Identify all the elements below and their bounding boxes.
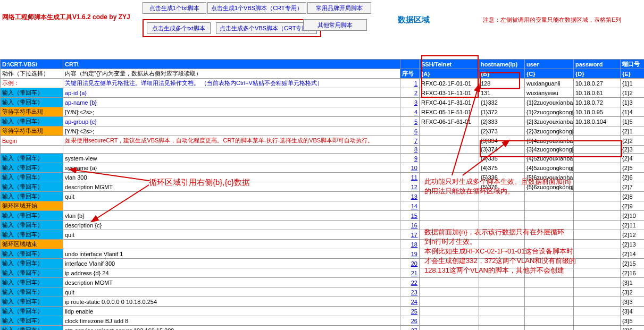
data-e[interactable]: {2}13 [621,240,645,249]
data-e[interactable]: {2}4 [621,154,645,163]
seq-cell[interactable]: 19 [400,249,420,259]
seq-cell[interactable]: 10 [400,163,420,173]
data-d[interactable] [574,126,621,136]
data-c[interactable]: {1}2zuogongkongji [525,107,574,117]
content-cell[interactable]: system-view [63,154,400,163]
content-cell[interactable]: quit [63,192,400,201]
data-d[interactable] [574,154,621,163]
data-d[interactable] [574,182,621,192]
hdr-user[interactable]: user [525,60,574,69]
data-e[interactable]: {1}2 [621,88,645,98]
action-cell[interactable]: 输入（带回车） [1,249,63,259]
action-cell[interactable]: 输入（带回车） [1,117,63,126]
data-b[interactable]: {3}374 [479,146,525,154]
subhdr-content[interactable]: 内容（约定"{}"内为变量，数据从右侧对应字段读取） [63,69,400,79]
data-e[interactable]: {3}6 [621,326,645,331]
content-cell[interactable]: quit [63,230,400,240]
action-cell[interactable]: 输入（带回车） [1,230,63,240]
data-c[interactable] [525,307,574,316]
data-d[interactable] [574,326,621,331]
action-cell[interactable] [1,146,63,154]
action-cell[interactable]: 循环区域开始 [1,201,63,211]
seq-cell[interactable]: 15 [400,211,420,221]
data-a[interactable]: RFXC-03-1F-11-01 [420,88,479,98]
data-c[interactable] [525,287,574,297]
hdr-port[interactable]: 端口号 [621,60,645,69]
data-a[interactable] [420,163,479,173]
content-cell[interactable]: quit [63,287,400,297]
data-b[interactable] [479,326,525,331]
data-a[interactable] [420,146,479,154]
data-b[interactable]: {4}335 [479,154,525,163]
action-cell[interactable]: 输入（带回车） [1,163,63,173]
data-b[interactable]: {4}375 [479,163,525,173]
data-c[interactable] [525,326,574,331]
action-cell[interactable]: 输入（带回车） [1,316,63,326]
other-script-button[interactable]: 其他常用脚本 [303,19,367,31]
data-e[interactable]: {2}10 [621,211,645,221]
data-b[interactable]: {1}372 [479,107,525,117]
action-cell[interactable]: 输入（带回车） [1,182,63,192]
content-cell[interactable]: lldp enable [63,307,400,316]
data-e[interactable]: {1}5 [621,117,645,126]
data-a[interactable]: RFXC-02-1F-01-01 [420,79,479,88]
seq-cell[interactable]: 12 [400,182,420,192]
data-c[interactable] [525,201,574,211]
data-d[interactable] [574,173,621,182]
content-cell[interactable]: ip route-static 0.0.0.0 0 10.18.0.254 [63,297,400,307]
data-e[interactable]: {3}2 [621,287,645,297]
data-a[interactable]: RFXC-06-1F-61-01 [420,117,479,126]
seq-cell[interactable]: 5 [400,117,420,126]
example-content[interactable]: 关键用法见左侧单元格批注。详细用法见操作文档。 （当前表格内Ctrl+V粘贴不会… [63,79,400,88]
action-cell[interactable]: 输入（带回车） [1,307,63,316]
data-c[interactable] [525,297,574,307]
content-cell[interactable]: [Y/N]:<2s>; [63,107,400,117]
data-e[interactable]: {3}4 [621,307,645,316]
data-d[interactable]: 10.18.0.72 [574,98,621,107]
data-e[interactable]: {2}2 [621,136,645,146]
content-cell[interactable] [63,146,400,154]
data-d[interactable]: 10.18.0.104 [574,117,621,126]
data-b[interactable] [479,211,525,221]
subhdr-c[interactable]: {C} [525,69,574,79]
data-d[interactable] [574,146,621,154]
seq-cell[interactable]: 1 [400,79,420,88]
action-cell[interactable]: 输入（带回车） [1,154,63,163]
data-d[interactable] [574,163,621,173]
data-b[interactable]: {2}333 [479,117,525,126]
data-d[interactable]: 10.18.0.27 [574,79,621,88]
data-a[interactable] [420,326,479,331]
content-cell[interactable]: sysname {a} [63,163,400,173]
data-c[interactable]: {3}4zuoyouxianbangong [525,136,574,146]
data-d[interactable] [574,287,621,297]
hdr-ssh[interactable]: SSH/Telnet [420,60,479,69]
seq-cell[interactable]: 3 [400,98,420,107]
data-b[interactable]: 128 [479,79,525,88]
data-a[interactable] [420,126,479,136]
data-e[interactable]: {1}4 [621,107,645,117]
seq-cell[interactable]: 16 [400,221,420,230]
data-d[interactable] [574,230,621,240]
content-cell[interactable]: clock timezone BJ add 8 [63,316,400,326]
data-b[interactable]: {2}373 [479,126,525,136]
data-e[interactable]: {2}3 [621,146,645,154]
data-a[interactable] [420,201,479,211]
data-c[interactable]: {4}5zuoyouxianbangong [525,154,574,163]
data-a[interactable] [420,287,479,297]
content-cell[interactable]: undo interface Vlanif 1 [63,249,400,259]
data-a[interactable] [420,297,479,307]
content-cell[interactable]: ntp-service unicast-server 192.168.15.20… [63,326,400,331]
data-b[interactable] [479,287,525,297]
seq-cell[interactable]: 9 [400,154,420,163]
seq-cell[interactable]: 6 [400,126,420,136]
hdr-path[interactable]: D:\CRT-VBS\ [1,60,63,69]
data-d[interactable] [574,221,621,230]
data-d[interactable] [574,249,621,259]
action-cell[interactable]: 输入（带回车） [1,278,63,287]
content-cell[interactable]: ip address {d} 24 [63,268,400,278]
action-cell[interactable]: 输入（带回车） [1,98,63,107]
action-cell[interactable]: 等待字符串出现 [1,107,63,117]
data-e[interactable]: {2}12 [621,230,645,240]
data-c[interactable] [525,211,574,221]
subhdr-b[interactable]: {B} [479,69,525,79]
